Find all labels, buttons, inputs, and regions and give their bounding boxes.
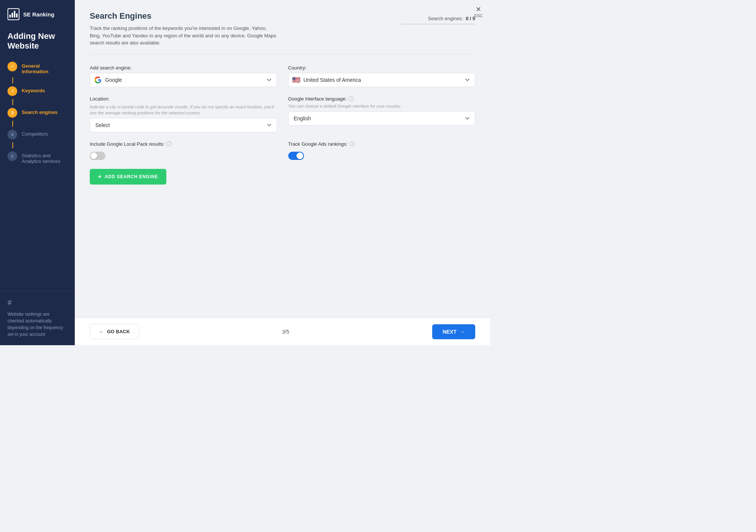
step-3-label: Search engines — [22, 108, 58, 115]
form-row-1: Add search engine: Google — [90, 65, 475, 87]
country-select-wrapper: 🇺🇸 United States of America — [288, 73, 476, 87]
add-engine-group: Add search engine: Google — [90, 65, 277, 87]
close-x-icon: ✕ — [476, 6, 481, 13]
counter-label: Search engines: — [428, 16, 463, 21]
sidebar: SE Ranking Adding New Website ✓ General … — [0, 0, 75, 345]
counter-bar — [400, 24, 475, 25]
go-back-button[interactable]: ← GO BACK — [90, 324, 139, 339]
step-4-circle: 4 — [7, 130, 17, 139]
search-engine-counter: Search engines: 0 / 5 — [428, 13, 475, 21]
add-engine-select-wrapper: Google — [90, 73, 277, 87]
step-1-circle: ✓ — [7, 62, 17, 71]
add-engine-label: Add search engine: — [90, 65, 277, 71]
content-area: Search Engines Track the ranking positio… — [75, 0, 490, 318]
language-info-icon[interactable]: i — [348, 96, 354, 101]
counter-block: Search engines: 0 / 5 — [400, 11, 475, 25]
step-3-circle: 3 — [7, 108, 17, 118]
next-button[interactable]: NEXT → — [432, 324, 475, 339]
step-5-circle: 5 — [7, 151, 17, 161]
main-content: Search Engines Track the ranking positio… — [75, 0, 490, 345]
country-group: Country: 🇺🇸 United States of America — [288, 65, 476, 87]
logo-icon — [7, 8, 19, 20]
location-group: Location: Indicate a city or postal code… — [90, 96, 277, 132]
logo-text: SE Ranking — [23, 11, 54, 18]
page-title: Search Engines — [90, 11, 277, 21]
sidebar-logo: SE Ranking — [0, 0, 75, 28]
connector-2-3 — [12, 99, 13, 105]
footer: ← GO BACK 3/5 NEXT → — [75, 318, 490, 345]
google-ads-toggle[interactable] — [288, 152, 304, 160]
google-ads-group: Track Google Ads rankings: i — [288, 141, 476, 160]
step-5[interactable]: 5 Statistics and Analytics services — [7, 148, 67, 167]
connector-3-4 — [12, 121, 13, 127]
step-4-label: Competitors — [22, 130, 48, 137]
toggle-row: Include Google Local Pack results: i Tra… — [90, 141, 475, 160]
local-pack-info-icon[interactable]: i — [166, 141, 172, 146]
step-5-label: Statistics and Analytics services — [22, 151, 67, 164]
close-label: ESC — [474, 13, 483, 18]
next-arrow-icon: → — [460, 329, 465, 335]
connector-4-5 — [12, 142, 13, 148]
hash-icon: # — [7, 299, 67, 307]
header-row: Search Engines Track the ranking positio… — [90, 11, 475, 47]
divider — [90, 54, 475, 55]
location-label: Location: — [90, 96, 277, 102]
local-pack-label-row: Include Google Local Pack results: i — [90, 141, 277, 147]
step-1[interactable]: ✓ General information — [7, 59, 67, 77]
step-3[interactable]: 3 Search engines — [7, 105, 67, 121]
google-ads-label-row: Track Google Ads rankings: i — [288, 141, 476, 147]
google-ads-info-icon[interactable]: i — [350, 141, 355, 146]
add-engine-select[interactable]: Google — [90, 73, 277, 87]
language-label: Google Interface language: — [288, 96, 347, 102]
add-search-engine-button[interactable]: + ADD SEARCH ENGINE — [90, 169, 166, 185]
local-pack-label: Include Google Local Pack results: — [90, 141, 165, 147]
sidebar-bottom: # Website rankings are checked automatic… — [0, 291, 75, 345]
local-pack-toggle[interactable] — [90, 152, 105, 160]
counter-value: 0 / 5 — [466, 16, 475, 21]
page-description: Track the ranking positions of the keywo… — [90, 25, 277, 47]
form-row-2: Location: Indicate a city or postal code… — [90, 96, 475, 132]
local-pack-group: Include Google Local Pack results: i — [90, 141, 277, 160]
country-label: Country: — [288, 65, 476, 71]
local-pack-knob — [90, 152, 97, 159]
main-wrapper: ✕ ESC Search Engines Track the ranking p… — [75, 0, 490, 345]
sidebar-heading: Adding New Website — [0, 28, 75, 59]
add-button-label: ADD SEARCH ENGINE — [105, 174, 158, 179]
page-indicator: 3/5 — [282, 329, 289, 335]
step-2-circle: ✓ — [7, 86, 17, 96]
location-select[interactable]: Select — [90, 118, 277, 132]
language-select[interactable]: English — [288, 111, 476, 126]
connector-1-2 — [12, 77, 13, 83]
step-2[interactable]: ✓ Keywords — [7, 83, 67, 99]
title-desc-block: Search Engines Track the ranking positio… — [90, 11, 277, 47]
language-sub: You can choose a default Google interfac… — [288, 103, 476, 109]
go-back-arrow-icon: ← — [99, 329, 104, 334]
add-plus-icon: + — [98, 173, 102, 180]
step-2-label: Keywords — [22, 86, 45, 93]
google-ads-label: Track Google Ads rankings: — [288, 141, 348, 147]
step-1-label: General information — [22, 62, 67, 74]
google-ads-knob — [296, 152, 303, 159]
location-sub: Indicate a city or postal code to get ac… — [90, 104, 277, 116]
sidebar-steps: ✓ General information ✓ Keywords 3 Searc… — [0, 59, 75, 291]
language-group: Google Interface language: i You can cho… — [288, 96, 476, 132]
close-button[interactable]: ✕ ESC — [474, 6, 483, 18]
sidebar-note: Website rankings are checked automatical… — [7, 311, 67, 338]
go-back-label: GO BACK — [107, 329, 130, 334]
next-label: NEXT — [443, 329, 457, 335]
step-4[interactable]: 4 Competitors — [7, 127, 67, 142]
country-select[interactable]: United States of America — [288, 73, 476, 87]
